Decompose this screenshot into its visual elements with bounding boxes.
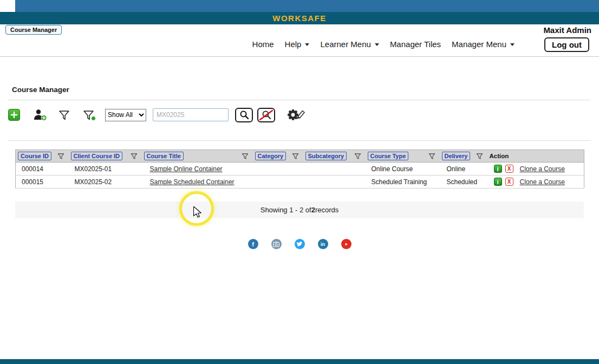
sort-subcategory[interactable]: Subcategory xyxy=(305,152,347,160)
table-row: 000015 MX02025-02 Sample Scheduled Conta… xyxy=(16,176,584,188)
logged-in-user: Maxit Admin xyxy=(543,25,591,35)
nav-help[interactable]: Help xyxy=(285,40,310,49)
delete-icon[interactable]: X xyxy=(505,178,513,186)
sort-category[interactable]: Category xyxy=(255,152,287,160)
cell-category xyxy=(253,176,303,188)
clone-course-link[interactable]: Clone a Course xyxy=(520,178,565,186)
show-filter-select[interactable]: Show All xyxy=(105,109,146,121)
delete-icon[interactable]: X xyxy=(505,165,513,173)
nav-home-label: Home xyxy=(252,40,274,49)
record-count-total: 2 xyxy=(311,206,315,214)
col-category: Category xyxy=(253,150,303,162)
action-header-label: Action xyxy=(487,153,509,159)
footer-bar xyxy=(0,359,599,364)
col-client-course-id: Client Course ID xyxy=(69,150,142,162)
clear-search-button[interactable] xyxy=(257,108,275,122)
col-course-id: Course ID xyxy=(16,150,69,162)
col-delivery: Delivery xyxy=(440,150,487,162)
manage-settings-button[interactable] xyxy=(286,107,307,122)
divider xyxy=(8,140,590,141)
sort-delivery[interactable]: Delivery xyxy=(442,152,471,160)
page: WORKSAFE Course Manager Maxit Admin Home… xyxy=(0,0,599,364)
nav-manager-tiles-label: Manager Tiles xyxy=(390,40,441,49)
cell-course-id: 000014 xyxy=(16,162,69,176)
cell-delivery: Scheduled xyxy=(440,176,487,188)
brand-title: WORKSAFE xyxy=(272,14,327,23)
course-manager-chip[interactable]: Course Manager xyxy=(5,25,62,35)
cell-course-id: 000015 xyxy=(16,176,69,188)
plus-icon xyxy=(10,110,18,119)
header: Course Manager Maxit Admin Home Help Lea… xyxy=(0,24,599,57)
course-title-link[interactable]: Sample Scheduled Container xyxy=(150,178,235,186)
filter-icon[interactable] xyxy=(476,153,483,160)
nav-home[interactable]: Home xyxy=(252,40,274,49)
search-input[interactable] xyxy=(153,108,229,121)
cell-subcategory xyxy=(303,176,366,188)
record-count-prefix: Showing 1 - 2 of xyxy=(261,206,311,214)
nav-manager-tiles[interactable]: Manager Tiles xyxy=(390,40,441,49)
assign-user-button[interactable] xyxy=(33,108,48,121)
cell-subcategory xyxy=(303,162,366,176)
nav-manager-menu-label: Manager Menu xyxy=(452,40,506,49)
facebook-icon[interactable]: f xyxy=(248,239,258,249)
nav-manager-menu[interactable]: Manager Menu xyxy=(452,40,515,49)
sort-course-type[interactable]: Course Type xyxy=(368,152,409,160)
clone-course-link[interactable]: Clone a Course xyxy=(520,165,565,173)
page-title: Course Manager xyxy=(12,86,590,94)
record-count-bar: Showing 1 - 2 of 2 records xyxy=(15,202,584,218)
search-icon xyxy=(239,110,249,120)
add-course-button[interactable] xyxy=(8,109,20,121)
toolbar: Show All xyxy=(8,106,590,124)
youtube-icon[interactable] xyxy=(341,239,351,249)
cell-course-type: Online Course xyxy=(366,162,440,176)
divider xyxy=(8,100,590,100)
cell-client-course-id: MX02025-02 xyxy=(69,176,142,188)
col-subcategory: Subcategory xyxy=(303,150,366,162)
chevron-down-icon xyxy=(510,43,515,46)
social-links: f in xyxy=(15,239,584,249)
filter-button[interactable] xyxy=(58,109,70,121)
main-content: Course Manager xyxy=(0,86,599,249)
cell-delivery: Online xyxy=(440,162,487,176)
instagram-icon[interactable] xyxy=(271,239,282,249)
cell-client-course-id: MX02025-01 xyxy=(69,162,142,176)
chevron-down-icon xyxy=(375,43,379,46)
filter-icon[interactable] xyxy=(354,153,361,160)
filter-active-icon xyxy=(83,109,94,121)
col-course-type: Course Type xyxy=(366,150,440,162)
info-icon[interactable]: i xyxy=(494,165,502,173)
nav-learner-menu-label: Learner Menu xyxy=(320,40,370,49)
brand-banner: WORKSAFE xyxy=(0,12,599,24)
nav-help-label: Help xyxy=(285,40,302,49)
col-course-title: Course Title xyxy=(142,150,253,162)
red-slash xyxy=(258,109,274,121)
filter-icon[interactable] xyxy=(242,153,249,160)
cell-course-type: Scheduled Training xyxy=(366,176,440,188)
filter-icon[interactable] xyxy=(131,153,138,160)
sort-client-course-id[interactable]: Client Course ID xyxy=(71,152,123,160)
record-count-suffix: records xyxy=(315,206,338,214)
twitter-icon[interactable] xyxy=(295,239,305,249)
course-table: Course ID Client Course ID Course Title … xyxy=(15,150,584,188)
table-area: Course ID Client Course ID Course Title … xyxy=(15,150,584,249)
filter-icon[interactable] xyxy=(292,153,299,160)
top-accent-bar xyxy=(15,0,599,12)
nav-learner-menu[interactable]: Learner Menu xyxy=(320,40,379,49)
table-row: 000014 MX02025-01 Sample Online Containe… xyxy=(16,162,584,176)
filter-icon[interactable] xyxy=(428,153,435,160)
sort-course-title[interactable]: Course Title xyxy=(144,152,184,160)
clear-filter-button[interactable] xyxy=(83,109,94,121)
info-icon[interactable]: i xyxy=(494,178,502,186)
chevron-down-icon xyxy=(305,43,309,46)
linkedin-icon[interactable]: in xyxy=(318,239,328,249)
table-header-row: Course ID Client Course ID Course Title … xyxy=(16,150,584,162)
logout-button[interactable]: Log out xyxy=(544,37,589,52)
sort-course-id[interactable]: Course ID xyxy=(18,152,51,160)
filter-icon[interactable] xyxy=(57,153,64,160)
cell-category xyxy=(253,162,303,176)
course-title-link[interactable]: Sample Online Container xyxy=(150,165,223,173)
filter-icon xyxy=(58,109,70,121)
add-user-icon xyxy=(33,108,48,121)
green-dot-badge xyxy=(91,116,96,121)
search-button[interactable] xyxy=(235,108,253,122)
